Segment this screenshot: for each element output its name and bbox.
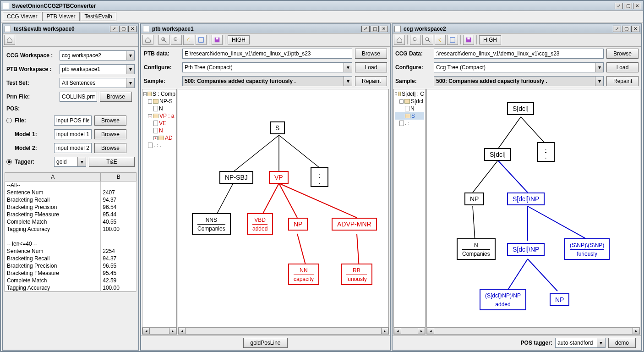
zoom-in-icon[interactable]	[158, 35, 169, 45]
back-icon[interactable]	[435, 35, 446, 45]
ptb-sample-label: Sample:	[144, 78, 180, 84]
hscroll[interactable]: ◂▸	[178, 327, 389, 335]
svg-line-29	[473, 206, 475, 241]
prm-input[interactable]	[60, 92, 97, 102]
zoom-in-icon[interactable]	[410, 35, 421, 45]
node-sdcl2: S[dcl]	[484, 148, 511, 161]
te-button[interactable]: T&E	[89, 157, 135, 167]
home-icon-btn[interactable]	[4, 35, 15, 45]
chevron-down-icon[interactable]: ▾	[595, 77, 603, 86]
home-icon[interactable]	[394, 35, 405, 45]
ptbws-combo[interactable]: ptb workspace1▾	[60, 64, 135, 74]
ptb-tree-nav[interactable]: -S : Comp -NP-S N -VP : a VE N +AD . : .	[142, 89, 177, 327]
ccgws-combo[interactable]: ccg workspace2▾	[60, 50, 135, 60]
ccg-sample-combo[interactable]: 500: Companies added capacity furiously …	[434, 76, 604, 86]
hscroll[interactable]: ◂▸	[142, 327, 177, 335]
ptb-browse-btn[interactable]: Browse	[355, 49, 387, 59]
node-vp: VP	[269, 171, 289, 184]
ccg-browse-btn[interactable]: Browse	[606, 49, 639, 59]
ccg-close[interactable]: ✕	[631, 26, 639, 32]
chevron-down-icon[interactable]: ▾	[595, 63, 603, 72]
ptb-close[interactable]: ✕	[380, 26, 388, 32]
goldposline-btn[interactable]: goldPosLine	[243, 338, 287, 348]
chevron-down-icon[interactable]: ▾	[344, 63, 352, 72]
svg-line-33	[507, 259, 528, 291]
ptb-repaint-btn[interactable]: Repaint	[355, 76, 387, 86]
chevron-down-icon[interactable]: ▾	[126, 51, 134, 60]
node-snpsnp: (S\NP)\(S\NP)furiously	[564, 238, 610, 260]
fit-icon[interactable]	[447, 35, 458, 45]
left-close[interactable]: ✕	[128, 26, 136, 32]
ccg-load-btn[interactable]: Load	[606, 62, 639, 72]
pos-file-input[interactable]	[54, 116, 92, 126]
postag-combo[interactable]: auto-standford▾	[555, 338, 606, 348]
app-title: SweetOnionCCG2PTBConverter	[12, 3, 615, 9]
model2-input[interactable]	[54, 143, 92, 153]
testset-combo[interactable]: All Sentences▾	[60, 78, 135, 88]
chevron-down-icon[interactable]: ▾	[344, 77, 352, 86]
tab-test-evalb[interactable]: Test&Evalb	[81, 12, 116, 21]
hscroll[interactable]: ◂▸	[426, 327, 640, 335]
tab-ptb-viewer[interactable]: PTB Viewer	[42, 12, 79, 21]
node-sdclnpnp: (S[dcl]\NP)/NPadded	[480, 289, 526, 310]
home-icon[interactable]	[142, 35, 153, 45]
high-button[interactable]: HIGH	[228, 35, 250, 44]
demo-btn[interactable]: demo	[608, 338, 636, 348]
ccg-tree-nav[interactable]: -S[dcl] : C -S[dcl N S . :	[393, 89, 426, 327]
app-icon	[3, 3, 9, 9]
svg-point-19	[413, 38, 416, 41]
ptb-max[interactable]: ▢	[371, 26, 379, 32]
iconify-btn[interactable]: ⤢	[615, 3, 623, 9]
tagger-combo[interactable]: gold▾	[54, 157, 86, 167]
tagger-radio[interactable]	[6, 159, 12, 165]
file-radio[interactable]	[6, 118, 12, 123]
svg-line-18	[357, 234, 359, 268]
high-button[interactable]: HIGH	[479, 35, 501, 44]
ccg-config-combo[interactable]: Ccg Tree (Compact)▾	[434, 62, 604, 72]
model1-input[interactable]	[54, 129, 92, 139]
hscroll[interactable]: ◂▸	[393, 327, 426, 335]
svg-line-13	[215, 183, 233, 218]
col-b[interactable]: B	[101, 173, 136, 182]
ptb-data-input[interactable]	[182, 49, 352, 59]
ccg-max[interactable]: ▢	[622, 26, 630, 32]
ccg-data-label: CCG Data:	[395, 50, 431, 57]
prm-browse-btn[interactable]: Browse	[100, 92, 132, 102]
svg-line-16	[279, 183, 357, 218]
chevron-down-icon[interactable]: ▾	[126, 65, 134, 74]
left-max[interactable]: ▢	[119, 26, 127, 32]
panel-icon	[5, 26, 11, 32]
zoom-out-icon[interactable]	[171, 35, 182, 45]
ptb-iconify[interactable]: ⤢	[361, 26, 370, 32]
svg-rect-9	[216, 38, 218, 39]
ccg-title: ccg workspace2	[404, 26, 613, 32]
ccg-iconify[interactable]: ⤢	[613, 26, 621, 32]
svg-line-15	[279, 183, 297, 218]
ccg-canvas[interactable]: S[dcl] .. S[dcl] NP S[dcl]\NP NCompanies…	[426, 89, 640, 327]
left-iconify[interactable]: ⤢	[110, 26, 118, 32]
pos-file-browse-btn[interactable]: Browse	[94, 116, 126, 126]
col-a[interactable]: A	[5, 173, 101, 182]
node-advp: ADVP-MNR	[332, 218, 377, 231]
model2-browse-btn[interactable]: Browse	[94, 143, 126, 153]
ccg-data-input[interactable]	[434, 49, 604, 59]
ptb-data-label: PTB data:	[144, 50, 180, 57]
ccg-repaint-btn[interactable]: Repaint	[606, 76, 639, 86]
ptb-canvas[interactable]: S NP-SBJ VP .. NNSCompanies VBDadded NP …	[178, 89, 389, 327]
save-icon[interactable]	[463, 35, 474, 45]
close-btn[interactable]: ✕	[633, 3, 641, 9]
chevron-down-icon[interactable]: ▾	[77, 157, 86, 166]
ptb-sample-combo[interactable]: 500: Companies added capacity furiously …	[182, 76, 352, 86]
tab-ccg-viewer[interactable]: CCG Viewer	[3, 12, 41, 21]
chevron-down-icon[interactable]: ▾	[126, 78, 134, 88]
model1-browse-btn[interactable]: Browse	[94, 129, 126, 139]
ptb-config-label: Configure:	[144, 64, 180, 71]
save-icon[interactable]	[212, 35, 223, 45]
maximize-btn[interactable]: ▢	[624, 3, 632, 9]
chevron-down-icon[interactable]: ▾	[597, 338, 605, 347]
ptb-config-combo[interactable]: Ptb Tree (Compact)▾	[182, 62, 352, 72]
back-icon[interactable]	[183, 35, 194, 45]
fit-icon[interactable]	[196, 35, 207, 45]
ptb-load-btn[interactable]: Load	[355, 62, 387, 72]
zoom-out-icon[interactable]	[422, 35, 433, 45]
